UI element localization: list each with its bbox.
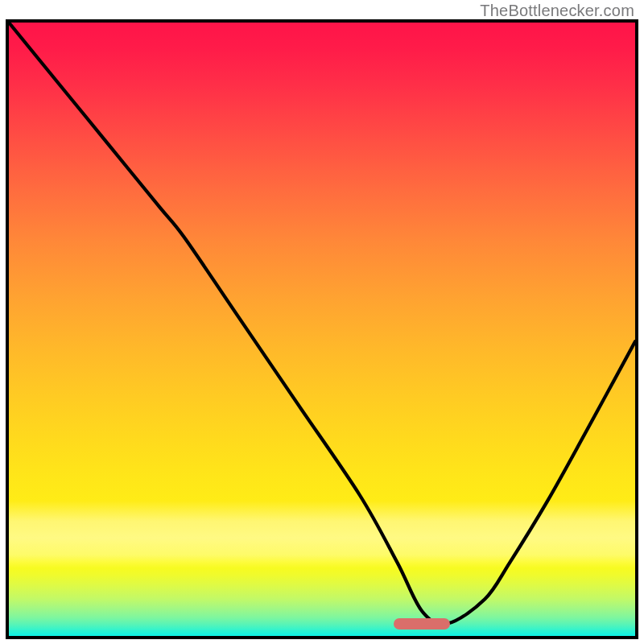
bottleneck-curve — [9, 23, 635, 636]
watermark-text: TheBottlenecker.com — [480, 2, 634, 20]
optimal-range-indicator — [394, 618, 450, 630]
chart-frame — [6, 19, 638, 639]
